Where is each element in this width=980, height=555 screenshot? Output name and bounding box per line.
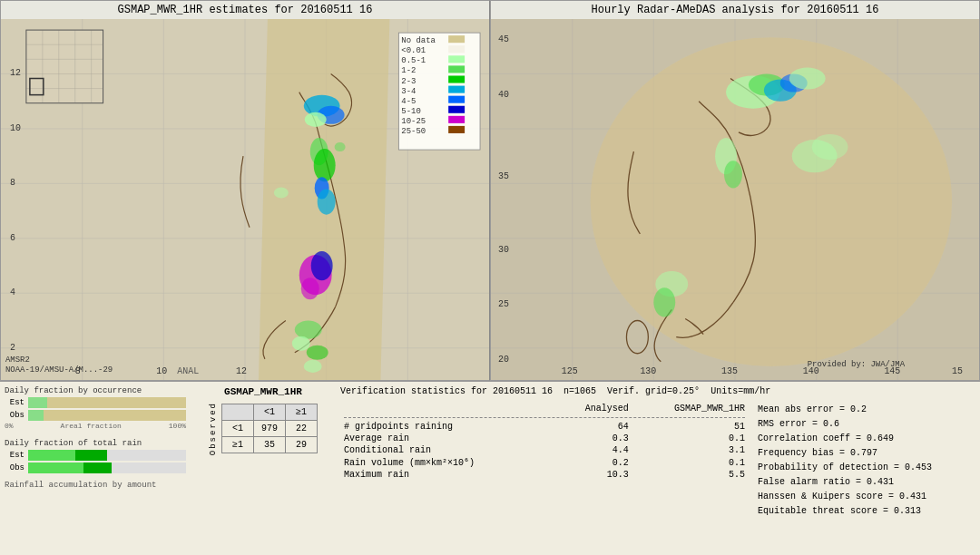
svg-point-96 [812, 134, 848, 160]
scalar-stat-line: Hanssen & Kuipers score = 0.431 [758, 490, 975, 504]
svg-text:8: 8 [10, 178, 15, 188]
top-section: GSMAP_MWR_1HR estimates for 20160511 16 [0, 0, 980, 381]
charts-area: Daily fraction by occurrence Est Obs [5, 386, 186, 550]
axis-0pct: 0% [5, 422, 14, 430]
svg-text:30: 30 [498, 245, 509, 255]
matrix-row-gte1: ≥1 35 29 [221, 437, 317, 453]
svg-text:0.5-1: 0.5-1 [401, 55, 426, 65]
occurrence-title: Daily fraction by occurrence [5, 386, 186, 395]
rain-bars: Est Obs [5, 450, 186, 473]
matrix-header-lt1: <1 [253, 404, 285, 421]
svg-point-90 [789, 67, 826, 89]
scalar-stat-line: False alarm ratio = 0.431 [758, 475, 975, 490]
svg-point-21 [311, 251, 333, 280]
stats-blank [340, 403, 556, 414]
stats-row-gsmap: 5.5 [632, 469, 749, 481]
stats-row-gsmap: 0.1 [632, 433, 749, 444]
left-map-panel: GSMAP_MWR_1HR estimates for 20160511 16 [0, 0, 490, 381]
axis-100pct: 100% [169, 422, 186, 430]
svg-point-94 [653, 287, 675, 316]
right-map-title: Hourly Radar-AMeDAS analysis for 2016051… [491, 1, 979, 19]
right-map-svg: 45 40 35 30 25 20 125 130 135 140 145 15… [491, 19, 979, 380]
svg-text:35: 35 [498, 171, 509, 181]
rain-fraction-chart: Daily fraction of total rain Est Obs [5, 439, 186, 473]
obs-vertical-label: Observed [209, 402, 218, 455]
svg-point-15 [305, 112, 327, 127]
matrix-corner [221, 404, 253, 421]
main-container: GSMAP_MWR_1HR estimates for 20160511 16 [0, 0, 980, 555]
stats-row: Rain volume (mm×km²×10⁶) 0.2 0.1 [340, 456, 749, 469]
svg-point-27 [274, 187, 289, 198]
stats-row-analysed: 0.3 [556, 433, 632, 444]
matrix-cell-01: 22 [286, 421, 318, 437]
accumulation-label: Rainfall accumulation by amount [5, 481, 186, 490]
scalar-stat-line: Probability of detection = 0.453 [758, 461, 975, 475]
svg-text:10: 10 [10, 123, 21, 133]
svg-text:12: 12 [236, 366, 247, 376]
svg-text:1-2: 1-2 [401, 65, 416, 75]
svg-point-24 [292, 336, 310, 351]
est-rain-bar-container [28, 450, 186, 461]
svg-text:135: 135 [721, 366, 738, 376]
svg-text:No data: No data [401, 35, 436, 45]
stats-row-gsmap: 3.1 [632, 444, 749, 456]
stats-row-label: Average rain [340, 433, 556, 444]
stats-row-analysed: 4.4 [556, 444, 632, 456]
scalar-stat-line: Mean abs error = 0.2 [758, 403, 975, 417]
stats-area: Verification statistics for 20160511 16 … [340, 386, 975, 550]
svg-point-92 [724, 161, 742, 188]
svg-text:10: 10 [156, 366, 167, 376]
svg-text:45: 45 [498, 34, 509, 44]
matrix-cell-10: 35 [253, 437, 285, 453]
stats-columns: Analysed GSMAP_MWR_1HR # gridpoints rain… [340, 403, 975, 519]
svg-text:130: 130 [640, 366, 656, 376]
occurrence-chart: Daily fraction by occurrence Est Obs [5, 386, 186, 430]
est-bar-container [28, 397, 186, 408]
stats-row: Conditional rain 4.4 3.1 [340, 444, 749, 456]
obs-rain-label: Obs [5, 463, 24, 472]
stats-row-gsmap: 51 [632, 421, 749, 433]
svg-rect-53 [448, 35, 465, 43]
scalar-stat-line: Correlation coeff = 0.649 [758, 432, 975, 446]
left-map-title: GSMAP_MWR_1HR estimates for 20160511 16 [1, 1, 489, 19]
stats-left-col: Analysed GSMAP_MWR_1HR # gridpoints rain… [340, 403, 749, 519]
right-map-content: 45 40 35 30 25 20 125 130 135 140 145 15… [491, 19, 979, 380]
verification-title: Verification statistics for 20160511 16 … [340, 386, 975, 396]
svg-text:Provided by: JWA/JMA: Provided by: JWA/JMA [808, 359, 906, 369]
svg-rect-63 [448, 86, 465, 93]
matrix-table-wrapper: <1 ≥1 <1 979 22 ≥1 [221, 404, 318, 453]
stats-row-label: Maximum rain [340, 469, 556, 481]
obs-rain-bar-green [28, 462, 83, 473]
matrix-title: GSMAP_MWR_1HR [224, 386, 302, 397]
axis-areal: Areal fraction [61, 422, 122, 430]
est-rain-bar-green [28, 450, 75, 461]
stats-col-analysed: Analysed [556, 403, 632, 414]
svg-text:3-4: 3-4 [401, 86, 416, 96]
stats-row-analysed: 10.3 [556, 469, 632, 481]
verif-title-text: Verification statistics for 20160511 16 [340, 386, 553, 396]
svg-text:4-5: 4-5 [401, 96, 416, 106]
svg-text:5-10: 5-10 [401, 106, 420, 116]
svg-point-17 [314, 149, 336, 181]
stats-row-analysed: 0.2 [556, 456, 632, 469]
confusion-matrix-area: GSMAP_MWR_1HR Observed <1 ≥1 [195, 386, 331, 550]
svg-text:ANAL: ANAL [177, 366, 199, 376]
stats-row-gsmap: 0.1 [632, 456, 749, 469]
est-occurrence-row: Est [5, 397, 186, 408]
svg-rect-67 [448, 106, 465, 113]
est-rain-label: Est [5, 451, 24, 460]
rain-title: Daily fraction of total rain [5, 439, 186, 448]
matrix-row-label-lt1: <1 [221, 421, 253, 437]
obs-rain-bar-dgreen [83, 462, 112, 473]
verif-n: n=1065 [564, 386, 596, 396]
confusion-matrix-table: <1 ≥1 <1 979 22 ≥1 [221, 404, 318, 453]
left-map-svg: 12 10 8 6 4 2 8 10 12 ANAL AMSR2 NOAA-19… [1, 19, 489, 380]
svg-text:20: 20 [498, 355, 509, 365]
occurrence-bars: Est Obs [5, 397, 186, 421]
left-map-content: 12 10 8 6 4 2 8 10 12 ANAL AMSR2 NOAA-19… [1, 19, 489, 380]
stats-row: Maximum rain 10.3 5.5 [340, 469, 749, 481]
svg-text:<0.01: <0.01 [401, 45, 426, 55]
stats-row-label: # gridpoints raining [340, 421, 556, 433]
obs-rain-bar-container [28, 462, 186, 473]
obs-bar-container [28, 410, 186, 421]
